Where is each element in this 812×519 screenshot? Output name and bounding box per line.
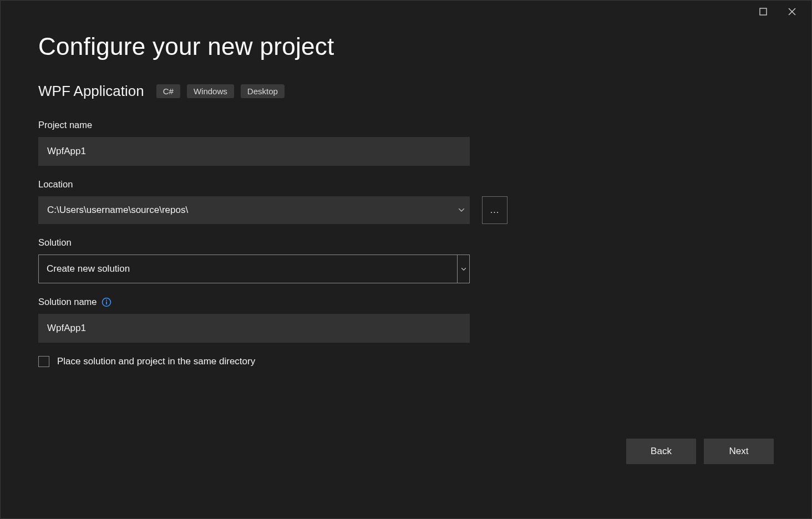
location-label: Location (38, 179, 509, 190)
page-title: Configure your new project (38, 33, 774, 60)
info-icon[interactable] (101, 297, 111, 307)
chevron-down-icon[interactable] (453, 196, 470, 224)
solution-select-value: Create new solution (39, 255, 457, 283)
solution-group: Solution Create new solution (38, 237, 509, 283)
maximize-icon[interactable] (758, 7, 768, 17)
same-directory-label: Place solution and project in the same d… (57, 356, 255, 367)
solution-name-label-text: Solution name (38, 297, 97, 307)
titlebar (758, 1, 811, 23)
form: Project name Location ... Solution (38, 120, 509, 367)
location-input[interactable] (38, 196, 453, 224)
project-name-input[interactable] (38, 137, 470, 166)
next-button[interactable]: Next (704, 439, 774, 464)
close-icon[interactable] (787, 7, 797, 17)
svg-point-4 (105, 299, 106, 301)
project-name-group: Project name (38, 120, 509, 166)
back-button[interactable]: Back (626, 439, 696, 464)
svg-rect-5 (106, 301, 107, 304)
configure-project-window: Configure your new project WPF Applicati… (0, 0, 812, 519)
location-row: ... (38, 196, 509, 224)
location-combo[interactable] (38, 196, 470, 224)
template-name: WPF Application (38, 83, 144, 100)
solution-name-label: Solution name (38, 297, 509, 307)
same-directory-row: Place solution and project in the same d… (38, 356, 509, 367)
solution-name-group: Solution name (38, 297, 509, 343)
solution-name-input[interactable] (38, 314, 470, 343)
browse-button[interactable]: ... (482, 196, 507, 224)
footer: Back Next (626, 439, 774, 464)
solution-select[interactable]: Create new solution (38, 255, 470, 283)
tag-list: C# Windows Desktop (156, 84, 285, 98)
project-name-label: Project name (38, 120, 509, 130)
svg-rect-0 (760, 8, 767, 15)
tag-windows: Windows (187, 84, 234, 98)
tag-csharp: C# (156, 84, 180, 98)
chevron-down-icon[interactable] (457, 255, 469, 283)
solution-label: Solution (38, 237, 509, 248)
same-directory-checkbox[interactable] (38, 356, 49, 367)
location-group: Location ... (38, 179, 509, 224)
subtitle-row: WPF Application C# Windows Desktop (38, 83, 774, 100)
tag-desktop: Desktop (241, 84, 285, 98)
